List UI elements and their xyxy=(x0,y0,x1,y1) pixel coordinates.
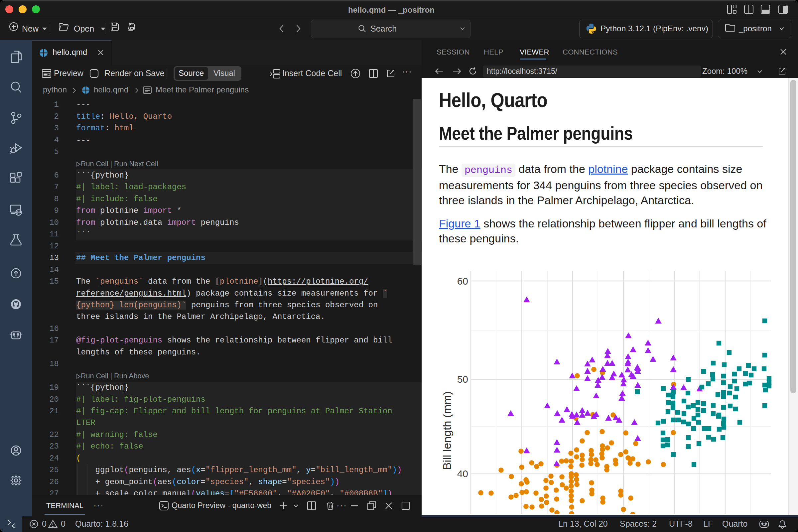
svg-text:Bill length (mm): Bill length (mm) xyxy=(440,391,453,470)
svg-text:40: 40 xyxy=(457,468,468,479)
svg-text:60: 60 xyxy=(457,276,468,287)
svg-text:50: 50 xyxy=(457,374,468,385)
